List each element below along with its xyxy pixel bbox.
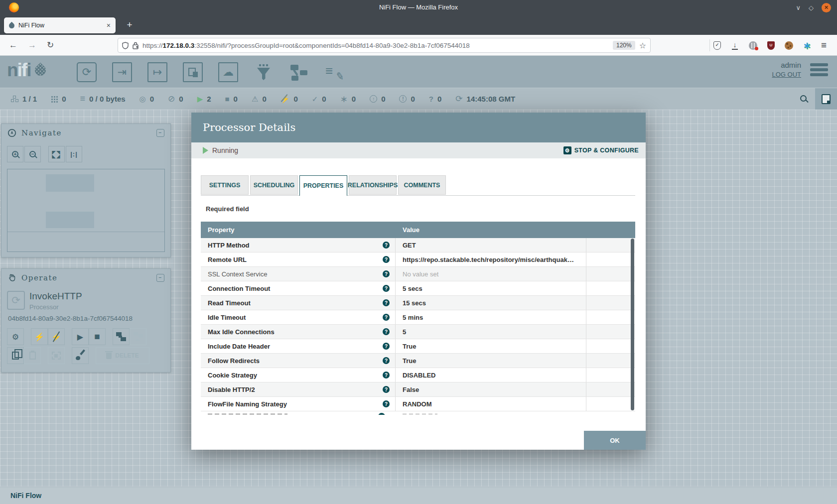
- dialog-status-bar: Running STOP & CONFIGURE: [191, 142, 646, 158]
- transmitting-icon: [140, 95, 146, 104]
- status-invalid: 0: [252, 95, 267, 104]
- tab-relationships[interactable]: RELATIONSHIPS: [349, 175, 397, 195]
- configure-button[interactable]: [7, 328, 24, 345]
- paint-brush-icon: [75, 351, 85, 361]
- refresh-icon[interactable]: [455, 94, 462, 104]
- tab-comments[interactable]: COMMENTS: [398, 175, 446, 195]
- help-icon[interactable]: ?: [383, 400, 390, 407]
- ublock-extension-icon[interactable]: U: [767, 41, 775, 50]
- browser-tab[interactable]: NiFi Flow: [4, 17, 116, 33]
- global-menu-icon[interactable]: [810, 63, 828, 78]
- zoom-in-icon: +: [12, 151, 18, 157]
- disable-button[interactable]: [48, 328, 65, 345]
- paste-button[interactable]: [24, 347, 41, 364]
- zoom-fit-button[interactable]: ◤◥◣◢: [48, 146, 65, 162]
- help-icon[interactable]: ?: [383, 328, 390, 335]
- label-icon: [325, 63, 343, 81]
- label-tool[interactable]: [323, 62, 345, 83]
- window-minimize-icon[interactable]: [796, 4, 801, 11]
- stop-and-configure-button[interactable]: STOP & CONFIGURE: [563, 146, 639, 154]
- processor-icon: [77, 62, 97, 82]
- stop-button[interactable]: [89, 328, 106, 345]
- help-icon[interactable]: ?: [383, 357, 390, 364]
- save-flow-version-button[interactable]: [113, 328, 130, 345]
- panel-toggle-button[interactable]: [815, 88, 837, 110]
- tab-properties[interactable]: PROPERTIES: [299, 175, 347, 196]
- table-scrollbar[interactable]: [631, 239, 634, 410]
- modified-stale-icon: [399, 95, 407, 103]
- help-icon[interactable]: ?: [383, 372, 390, 378]
- delete-button[interactable]: DELETE: [96, 347, 149, 364]
- selected-processor-icon: [7, 291, 25, 310]
- url-bar[interactable]: https://172.18.0.3:32558/nifi/?processGr…: [118, 38, 651, 53]
- zoom-out-button[interactable]: −: [24, 146, 41, 162]
- tab-close-icon[interactable]: [107, 21, 111, 29]
- help-icon[interactable]: ?: [383, 285, 390, 292]
- window-close-button[interactable]: [822, 3, 831, 12]
- sparkle-extension-icon[interactable]: [803, 40, 811, 51]
- selected-component-type: Processor: [29, 303, 59, 311]
- ok-button[interactable]: OK: [584, 431, 646, 450]
- queue-list-icon: [80, 94, 86, 104]
- window-controls: [796, 0, 831, 15]
- processor-tool[interactable]: [76, 62, 98, 83]
- group-button[interactable]: [48, 347, 65, 364]
- help-icon[interactable]: ?: [383, 256, 390, 263]
- property-row: Follow Redirects? True: [201, 354, 635, 368]
- extension-toolbar: ✓ U: [713, 35, 827, 56]
- cookie-extension-icon[interactable]: [785, 41, 793, 50]
- forward-button[interactable]: [28, 35, 36, 56]
- reload-button[interactable]: [47, 35, 54, 56]
- nifi-header: nifi admin LOG OUT: [0, 56, 837, 88]
- help-icon[interactable]: ?: [383, 299, 390, 306]
- search-button[interactable]: [800, 95, 809, 104]
- enable-button[interactable]: [31, 328, 48, 345]
- lock-warning-icon[interactable]: [133, 42, 139, 49]
- navigate-panel: Navigate + − ◤◥◣◢ |:|: [1, 124, 171, 257]
- new-tab-button[interactable]: [123, 18, 137, 32]
- help-icon[interactable]: ?: [383, 314, 390, 321]
- status-sync-failure: 0: [429, 95, 442, 103]
- change-version-button[interactable]: [130, 328, 146, 345]
- status-stale: 0: [370, 95, 385, 103]
- extension-circle-icon[interactable]: [749, 41, 757, 50]
- start-button[interactable]: [72, 328, 89, 345]
- tracking-shield-icon[interactable]: [122, 42, 129, 49]
- collapse-navigate-button[interactable]: [156, 129, 164, 137]
- property-row: Idle Timeout? 5 mins: [201, 310, 635, 325]
- copy-button[interactable]: [7, 347, 24, 364]
- help-icon[interactable]: ?: [383, 343, 390, 350]
- status-up-to-date: 0: [312, 95, 326, 104]
- help-icon: [378, 413, 385, 415]
- output-port-tool[interactable]: [146, 62, 168, 83]
- trash-icon: [106, 353, 112, 359]
- help-icon[interactable]: ?: [383, 270, 390, 277]
- tab-settings[interactable]: SETTINGS: [201, 175, 249, 195]
- property-row: Cookie Strategy? DISABLED: [201, 368, 635, 382]
- collapse-operate-button[interactable]: [156, 274, 164, 282]
- logo-letter: f: [21, 60, 26, 81]
- zoom-in-button[interactable]: +: [7, 146, 23, 162]
- remote-process-group-tool[interactable]: [217, 62, 239, 83]
- birdseye-minimap[interactable]: [7, 169, 165, 252]
- window-restore-icon[interactable]: [809, 4, 814, 11]
- help-icon[interactable]: ?: [383, 386, 390, 393]
- browser-menu-icon[interactable]: [821, 40, 827, 51]
- process-group-tool[interactable]: [182, 62, 204, 83]
- property-row: Max Idle Connections? 5: [201, 325, 635, 339]
- funnel-tool[interactable]: [253, 62, 275, 83]
- downloads-icon[interactable]: [731, 41, 739, 50]
- template-tool[interactable]: [288, 62, 310, 83]
- breadcrumb[interactable]: NiFi Flow: [0, 487, 837, 504]
- input-port-tool[interactable]: [111, 62, 133, 83]
- url-host: 172.18.0.3: [163, 42, 195, 49]
- back-button[interactable]: [9, 35, 17, 56]
- color-button[interactable]: [72, 347, 89, 364]
- shield-check-extension-icon[interactable]: ✓: [713, 41, 721, 50]
- page-zoom-badge[interactable]: 120%: [613, 41, 635, 50]
- logout-link[interactable]: LOG OUT: [772, 71, 801, 78]
- bookmark-star-icon[interactable]: [639, 41, 646, 50]
- tab-scheduling[interactable]: SCHEDULING: [250, 175, 298, 195]
- help-icon[interactable]: ?: [383, 242, 390, 249]
- actual-size-button[interactable]: |:|: [66, 146, 82, 162]
